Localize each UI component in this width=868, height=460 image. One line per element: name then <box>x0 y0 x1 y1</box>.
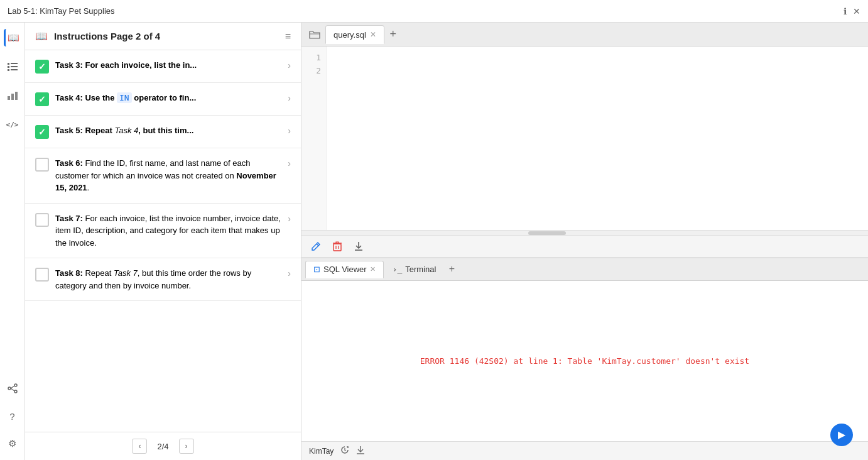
line-number-2: 2 <box>301 65 326 78</box>
task8-chevron: › <box>288 268 291 278</box>
task4-content: Task 4: Use the IN operator to fin... <box>55 92 281 104</box>
task4-title: Task 4: Use the IN operator to fin... <box>55 92 196 103</box>
sidebar-icon-settings[interactable]: ⚙ <box>4 435 21 452</box>
sql-viewer-close[interactable]: ✕ <box>370 265 376 273</box>
task5-label: Task 5: <box>55 126 83 135</box>
task4-checkbox[interactable] <box>35 92 49 106</box>
svg-line-14 <box>317 244 318 246</box>
task-item-8[interactable]: Task 8: Repeat Task 7, but this time ord… <box>25 258 301 301</box>
task8-title: Task 8: Repeat Task 7, but this time ord… <box>55 268 251 290</box>
edit-button[interactable] <box>308 238 324 255</box>
instructions-header-title: Instructions Page 2 of 4 <box>54 31 279 41</box>
menu-icon[interactable]: ≡ <box>285 31 291 42</box>
task4-label: Task 4: <box>55 93 83 102</box>
task7-checkbox[interactable] <box>35 213 49 227</box>
page-info: 2/4 <box>157 442 168 451</box>
tab-label: query.sql <box>334 30 366 40</box>
code-editor: 1 2 <box>301 47 868 230</box>
task3-label: Task 3: <box>55 60 83 70</box>
task6-title: Task 6: Find the ID, first name, and las… <box>55 158 276 192</box>
instructions-header: 📖 Instructions Page 2 of 4 ≡ <box>25 23 301 50</box>
error-message: ERROR 1146 (42S02) at line 1: Table 'Kim… <box>420 356 749 366</box>
titlebar: Lab 5-1: KimTay Pet Supplies ℹ ✕ <box>0 0 868 23</box>
folder-icon[interactable] <box>305 25 324 44</box>
tab-add-button[interactable]: + <box>386 27 401 42</box>
titlebar-icons: ℹ ✕ <box>844 6 860 16</box>
line-numbers: 1 2 <box>301 47 327 230</box>
task7-content: Task 7: For each invoice, list the invoi… <box>55 212 281 249</box>
task-item-7[interactable]: Task 7: For each invoice, list the invoi… <box>25 204 301 259</box>
query-sql-tab[interactable]: query.sql ✕ <box>325 25 384 44</box>
svg-rect-3 <box>11 66 18 67</box>
svg-rect-6 <box>8 96 10 100</box>
svg-point-9 <box>14 384 17 386</box>
task5-checkbox[interactable] <box>35 125 49 139</box>
task3-checkbox[interactable] <box>35 60 49 74</box>
tab-sql-viewer[interactable]: ⊡ SQL Viewer ✕ <box>305 261 384 278</box>
sidebar-icon-list[interactable] <box>4 58 21 75</box>
task4-chevron: › <box>288 93 291 103</box>
sql-content: ERROR 1146 (42S02) at line 1: Table 'Kim… <box>301 281 868 442</box>
instructions-panel: 📖 Instructions Page 2 of 4 ≡ Task 3: For… <box>25 23 301 460</box>
terminal-label: Terminal <box>405 265 436 274</box>
delete-button[interactable] <box>329 238 345 255</box>
sidebar-bottom: ? ⚙ <box>4 254 21 460</box>
task8-italic: Task 7 <box>114 268 138 278</box>
editor-tabs: query.sql ✕ + <box>301 23 868 47</box>
task-item-4[interactable]: Task 4: Use the IN operator to fin... › <box>25 83 301 116</box>
sidebar-icon-chart[interactable] <box>4 87 21 104</box>
close-icon[interactable]: ✕ <box>853 6 860 16</box>
tab-close-icon[interactable]: ✕ <box>370 30 376 39</box>
tab-add-bottom[interactable]: + <box>445 262 458 276</box>
main-layout: 📖 </> <box>0 23 868 460</box>
sidebar-icon-book[interactable]: 📖 <box>4 29 21 47</box>
task6-content: Task 6: Find the ID, first name, and las… <box>55 157 281 194</box>
task7-label: Task 7: <box>55 214 83 223</box>
scroll-indicator <box>301 230 868 235</box>
task6-bold: November 15, 2021 <box>55 171 276 193</box>
db-name: KimTay <box>309 447 334 456</box>
task7-chevron: › <box>288 214 291 224</box>
scroll-thumb <box>528 231 566 235</box>
task-item-5[interactable]: Task 5: Repeat Task 4, but this tim... › <box>25 116 301 148</box>
sql-viewer-label: SQL Viewer <box>323 265 367 274</box>
bottom-panel: ⊡ SQL Viewer ✕ ›_ Terminal + ERROR 1146 … <box>301 258 868 442</box>
info-icon[interactable]: ℹ <box>844 6 847 16</box>
task3-content: Task 3: For each invoice, list the in... <box>55 59 281 72</box>
next-page-button[interactable]: › <box>179 439 194 454</box>
task5-title: Task 5: Repeat Task 4, but this tim... <box>55 126 193 135</box>
task8-content: Task 8: Repeat Task 7, but this time ord… <box>55 267 281 292</box>
task6-label: Task 6: <box>55 158 83 168</box>
terminal-icon: ›_ <box>393 265 403 274</box>
status-bar: KimTay ▶ <box>301 441 868 460</box>
task6-checkbox[interactable] <box>35 158 49 172</box>
editor-toolbar <box>301 235 868 258</box>
sidebar-icon-share[interactable] <box>4 380 21 397</box>
task7-title: Task 7: For each invoice, list the invoi… <box>55 214 281 248</box>
svg-rect-4 <box>8 69 9 71</box>
instructions-scroll: Task 3: For each invoice, list the in...… <box>25 50 301 432</box>
run-button[interactable]: ▶ <box>830 424 853 446</box>
task8-label: Task 8: <box>55 268 83 278</box>
task6-chevron: › <box>288 158 291 168</box>
sidebar-icon-help[interactable]: ? <box>4 407 21 425</box>
svg-point-10 <box>14 390 17 393</box>
task3-chevron: › <box>288 60 291 70</box>
svg-rect-5 <box>11 69 18 70</box>
sidebar-icon-code[interactable]: </> <box>4 116 21 133</box>
task8-checkbox[interactable] <box>35 268 49 282</box>
history-icon[interactable] <box>340 445 350 457</box>
line-number-1: 1 <box>301 52 326 65</box>
svg-rect-2 <box>8 66 9 68</box>
task-item-3[interactable]: Task 3: For each invoice, list the in...… <box>25 50 301 83</box>
task5-content: Task 5: Repeat Task 4, but this tim... <box>55 124 281 137</box>
code-content[interactable] <box>327 47 868 230</box>
prev-page-button[interactable]: ‹ <box>132 439 147 454</box>
download-button[interactable] <box>350 238 367 255</box>
tab-terminal[interactable]: ›_ Terminal <box>385 260 444 278</box>
svg-rect-7 <box>11 94 14 100</box>
status-download-icon[interactable] <box>356 446 365 456</box>
book-icon: 📖 <box>35 30 48 42</box>
pagination: ‹ 2/4 › <box>25 432 301 460</box>
task-item-6[interactable]: Task 6: Find the ID, first name, and las… <box>25 148 301 204</box>
